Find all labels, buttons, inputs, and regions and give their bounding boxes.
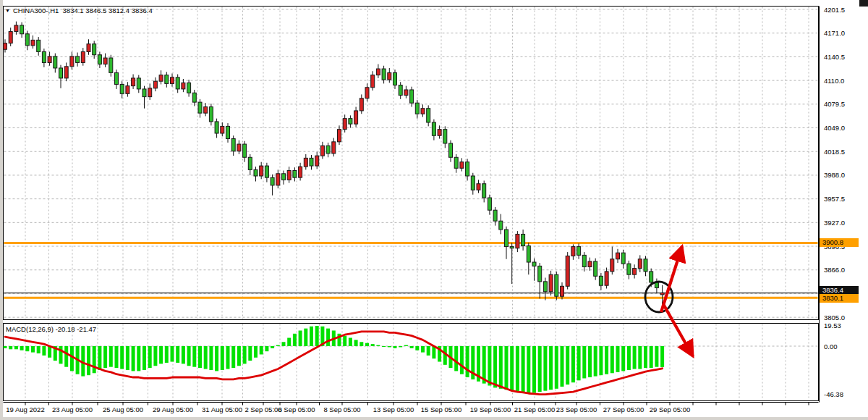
candle-body (14, 25, 18, 32)
time-axis-label: 19 Aug 2022 (6, 406, 44, 413)
candle-body (198, 102, 202, 113)
macd-histogram-bar (532, 346, 536, 393)
macd-histogram-bar (254, 346, 258, 358)
macd-histogram-bar (276, 345, 280, 346)
macd-histogram-bar (460, 346, 464, 374)
symbol-period-label: CHINA300-,H1 (13, 7, 59, 14)
candle-body (460, 162, 464, 169)
macd-histogram-bar (610, 346, 614, 373)
macd-histogram-bar (248, 346, 252, 361)
pane-borders (4, 7, 820, 403)
macd-histogram-bar (87, 346, 90, 375)
macd-histogram-bar (365, 343, 369, 346)
candle-body (432, 122, 435, 135)
candle-body (48, 56, 51, 63)
candle-body (466, 162, 469, 176)
candle-body (421, 109, 425, 114)
candle-body (304, 158, 307, 167)
candle-body (538, 266, 542, 281)
time-axis-label: 25 Aug 05:00 (103, 406, 143, 413)
candle-body (349, 119, 352, 125)
macd-histogram-bar (4, 346, 7, 348)
candle-body (271, 177, 274, 185)
candle-body (315, 156, 319, 166)
price-axis-tick-label: 4140.5 (824, 53, 845, 61)
macd-histogram-bar (9, 346, 12, 349)
candle-body (221, 126, 224, 133)
macd-histogram-bar (415, 346, 419, 350)
candle-body (237, 144, 241, 151)
main-price-pane (4, 7, 819, 320)
candle-body (310, 158, 313, 166)
candle-body (371, 75, 375, 88)
window-bottom-edge (0, 417, 868, 420)
candle-body (354, 111, 358, 124)
candle-body (543, 282, 547, 292)
time-axis-label: 27 Sep 05:00 (603, 406, 644, 413)
macd-histogram-bar (354, 340, 358, 346)
macd-histogram-bar (382, 346, 386, 347)
candle-body (555, 274, 558, 296)
time-axis-label: 29 Aug 05:00 (153, 406, 193, 413)
candle-body (343, 119, 346, 130)
candle-body (215, 122, 218, 133)
candle-body (621, 253, 625, 264)
candle-body (70, 56, 74, 67)
candle-body (20, 25, 24, 34)
candle-body (182, 83, 185, 89)
price-axis-tick-label: 4049.0 (824, 124, 845, 132)
candle-body (93, 44, 96, 55)
macd-histogram-bar (371, 344, 375, 346)
candle-body (176, 77, 179, 89)
macd-histogram-bar (660, 346, 664, 367)
trading-chart-window: { "header": { "dropdown_icon": "▼", "sym… (0, 0, 868, 420)
macd-histogram-bar (192, 346, 196, 367)
macd-histogram-bar (187, 346, 191, 366)
time-axis-label: 2 Sep 05:00 (244, 406, 281, 413)
candle-body (254, 169, 258, 176)
symbol-dropdown-icon[interactable]: ▼ (5, 8, 10, 13)
candle-body (4, 43, 7, 50)
macd-axis-tick-label: 19.53 (824, 322, 841, 329)
macd-histogram-bar (493, 346, 497, 387)
candle-body (25, 34, 29, 46)
candle-body (660, 293, 664, 294)
candle-body (527, 246, 530, 263)
macd-histogram-bar (287, 338, 291, 346)
time-axis-label: 8 Sep 05:00 (323, 406, 360, 413)
macd-histogram-bar (566, 346, 569, 385)
macd-histogram-bar (549, 346, 553, 390)
candle-body (87, 44, 90, 52)
candle-body (9, 32, 12, 43)
price-axis-tick-label: 3866.0 (824, 266, 845, 274)
macd-histogram-bar (343, 336, 346, 346)
macd-histogram-bar (326, 329, 330, 346)
candle-body (532, 262, 536, 266)
ohlc-values: 3834.1 3846.5 3812.4 3836.4 (63, 7, 153, 14)
macd-histogram-bar (299, 330, 302, 346)
candle-body (594, 261, 597, 276)
candle-body (561, 286, 564, 296)
price-axis-tick-label: 4110.0 (824, 77, 844, 85)
macd-histogram-bar (226, 346, 230, 369)
candle-body (126, 86, 129, 94)
candle-body (115, 72, 119, 84)
macd-histogram-bar (505, 346, 509, 390)
candle-body (427, 109, 430, 122)
macd-histogram-bar (388, 346, 391, 347)
macd-histogram-bar (488, 346, 491, 385)
candle-body (265, 166, 268, 177)
candle-body (42, 51, 46, 62)
candle-body (638, 259, 642, 269)
candle-body (287, 171, 291, 180)
candle-body (187, 83, 191, 93)
time-axis-label: 6 Sep 05:00 (278, 406, 315, 413)
macd-histogram-bar (198, 346, 202, 368)
macd-histogram-bar (577, 346, 581, 380)
macd-indicator-label: MACD(12,26,9) -20.18 -21.47 (6, 325, 96, 334)
candle-body (488, 198, 491, 210)
macd-histogram-bar (31, 346, 35, 353)
candle-body (477, 184, 480, 190)
time-axis-label: 29 Sep 05:00 (650, 406, 691, 413)
macd-histogram-bar (571, 346, 575, 382)
